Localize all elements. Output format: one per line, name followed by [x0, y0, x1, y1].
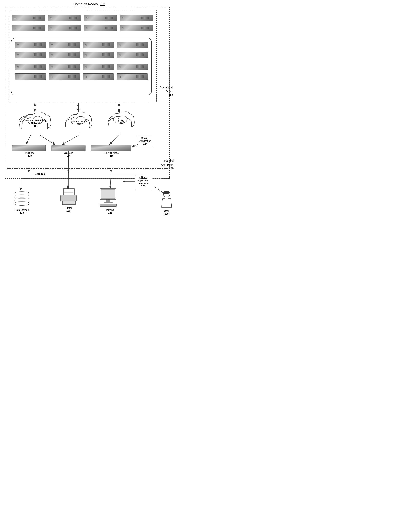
- svg-rect-77: [106, 200, 110, 202]
- server-blade: [12, 25, 45, 31]
- server-blade: [83, 63, 114, 70]
- server-blade: [48, 25, 81, 31]
- server-blade: [117, 73, 148, 80]
- blade-row-1: [12, 15, 153, 21]
- server-blade: [83, 52, 114, 58]
- server-blade: [49, 63, 80, 70]
- svg-rect-78: [104, 202, 112, 203]
- blade-row-4: [15, 52, 148, 58]
- server-blade: [83, 42, 114, 48]
- server-blade: [117, 42, 148, 48]
- server-blade: [15, 52, 46, 58]
- server-blade: [49, 42, 80, 48]
- operational-group-label: Operational Group 132: [160, 85, 173, 97]
- blade-row-6: [15, 73, 148, 80]
- diagram-container: Parallel Computer 100 Compute Nodes 102 …: [0, 0, 179, 218]
- server-blade: [15, 73, 46, 80]
- server-blade: [120, 25, 153, 31]
- blade-row-2: [12, 25, 153, 31]
- server-blade: [15, 42, 46, 48]
- svg-rect-76: [101, 190, 115, 198]
- server-blade: [117, 63, 148, 70]
- lan-label: LAN 130: [35, 172, 45, 175]
- svg-rect-72: [60, 195, 76, 201]
- svg-point-83: [164, 191, 170, 194]
- user-label: User 128: [159, 210, 175, 215]
- server-blade: [15, 63, 46, 70]
- compute-nodes-label: Compute Nodes: [73, 2, 98, 6]
- server-blade: [120, 15, 153, 21]
- blade-row-5: [15, 63, 148, 70]
- data-storage-area: Data Storage 118: [11, 191, 33, 214]
- svg-rect-68: [63, 189, 75, 196]
- svg-rect-73: [62, 201, 75, 205]
- svg-line-95: [68, 179, 68, 189]
- svg-rect-74: [63, 202, 75, 202]
- printer-area: Printer 120: [57, 188, 80, 212]
- svg-point-65: [14, 201, 30, 206]
- user-area: User 128: [159, 191, 175, 215]
- server-blade: [49, 52, 80, 58]
- data-storage-label: Data Storage 118: [11, 209, 33, 214]
- parallel-computer-label: Parallel Computer 100: [162, 159, 174, 170]
- server-blade: [84, 15, 117, 21]
- service-application-box: Service Application 124: [137, 135, 154, 147]
- server-blade: [49, 73, 80, 80]
- server-blade: [12, 15, 45, 21]
- svg-rect-79: [100, 204, 116, 207]
- compute-nodes-title-area: Compute Nodes 102: [0, 2, 179, 6]
- terminal-label: Terminal 122: [97, 209, 123, 214]
- server-blade: [83, 73, 114, 80]
- server-blade: [117, 52, 148, 58]
- server-blade: [84, 25, 117, 31]
- blade-row-3: [15, 42, 148, 48]
- svg-rect-84: [165, 197, 168, 199]
- server-blade: [48, 15, 81, 21]
- service-application-interface-box: Service Application Interface 126: [135, 175, 152, 189]
- compute-nodes-ref: 102: [100, 2, 105, 6]
- terminal-area: Terminal 122: [97, 188, 123, 214]
- printer-label: Printer 120: [57, 207, 80, 212]
